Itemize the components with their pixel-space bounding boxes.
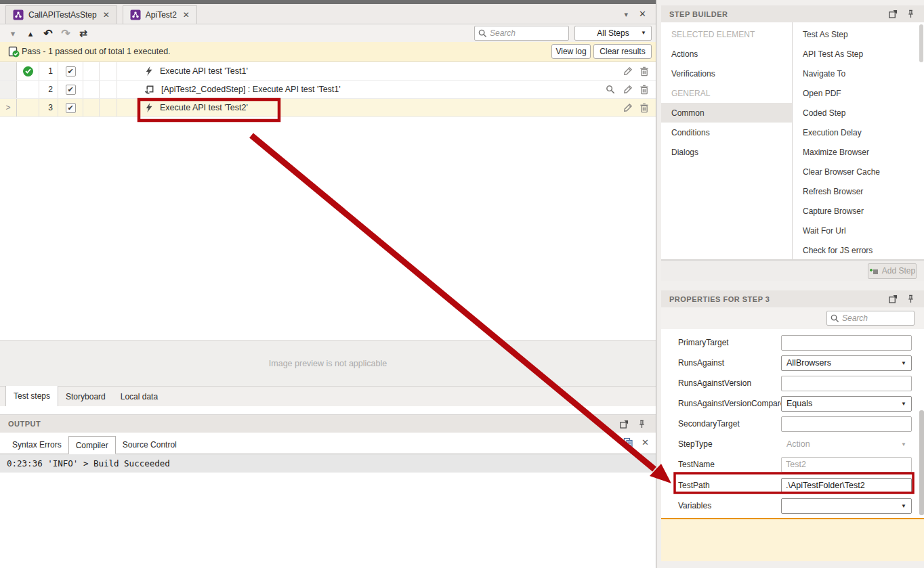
step-actions-cell xyxy=(603,81,656,98)
delete-step-icon[interactable] xyxy=(639,66,649,77)
runsagainstversioncompare-dropdown[interactable]: Equals▼ xyxy=(781,396,912,412)
close-document-icon[interactable]: ✕ xyxy=(639,9,646,19)
tab-storyboard[interactable]: Storyboard xyxy=(58,387,113,406)
step-description-cell[interactable]: [ApiTest2_CodedStep] : Execute API test … xyxy=(117,81,603,98)
toolbar-dropdown-icon[interactable] xyxy=(4,28,22,39)
chevron-down-icon: ▼ xyxy=(901,499,906,513)
item-execution-delay[interactable]: Execution Delay xyxy=(793,123,920,142)
property-row-variables: Variables ▼ xyxy=(661,496,924,516)
scrollbar-thumb[interactable] xyxy=(919,24,923,62)
step-enabled-cell xyxy=(58,62,83,80)
popout-panel-icon[interactable] xyxy=(618,418,630,430)
tab-compiler[interactable]: Compiler xyxy=(68,436,116,454)
steps-search-input[interactable] xyxy=(490,26,566,40)
undo-icon[interactable] xyxy=(39,27,57,40)
item-check-for-js-errors[interactable]: Check for JS errors xyxy=(793,240,920,260)
properties-search-input[interactable] xyxy=(842,311,910,325)
item-maximize-browser[interactable]: Maximize Browser xyxy=(793,142,920,162)
category-common[interactable]: Common xyxy=(661,103,792,123)
category-dialogs[interactable]: Dialogs xyxy=(661,142,792,162)
delete-step-icon[interactable] xyxy=(639,85,649,95)
pin-panel-icon[interactable] xyxy=(904,293,917,305)
pin-panel-icon[interactable] xyxy=(635,418,648,430)
move-step-up-icon[interactable] xyxy=(22,28,39,39)
tab-source-control[interactable]: Source Control xyxy=(116,436,184,454)
category-verifications[interactable]: Verifications xyxy=(661,64,792,83)
doc-tab-apitest2[interactable]: ApiTest2 ✕ xyxy=(123,5,197,24)
primarytarget-input[interactable] xyxy=(781,335,912,351)
step-enabled-checkbox[interactable] xyxy=(66,66,76,77)
item-api-test-as-step[interactable]: API Test As Step xyxy=(793,44,920,64)
item-refresh-browser[interactable]: Refresh Browser xyxy=(793,181,920,201)
item-navigate-to[interactable]: Navigate To xyxy=(793,64,920,83)
category-conditions[interactable]: Conditions xyxy=(661,123,792,142)
tab-syntax-errors[interactable]: Syntax Errors xyxy=(5,436,68,454)
chevron-down-icon: ▼ xyxy=(641,26,646,40)
item-capture-browser[interactable]: Capture Browser xyxy=(793,201,920,221)
step-enabled-checkbox[interactable] xyxy=(66,85,76,95)
edit-step-icon[interactable] xyxy=(623,66,633,77)
test-studio-window: CallAPITestAsStep ✕ ApiTest2 ✕ ✕ xyxy=(0,0,924,568)
test-step-row-2[interactable]: 2 [ApiTest2_CodedStep] : Execute API tes… xyxy=(0,81,656,99)
step-description-cell[interactable]: Execute API test 'Test1' xyxy=(117,62,603,80)
convert-step-icon[interactable] xyxy=(75,28,92,39)
category-selected-element[interactable]: SELECTED ELEMENT xyxy=(661,24,792,44)
property-row-runsagainstversioncompare: RunsAgainstVersionCompare Equals▼ xyxy=(661,393,924,414)
clear-results-button[interactable]: Clear results xyxy=(593,44,652,59)
category-actions[interactable]: Actions xyxy=(661,44,792,64)
popout-panel-icon[interactable] xyxy=(887,293,899,305)
tab-list-dropdown-icon[interactable] xyxy=(625,9,629,19)
item-clear-browser-cache[interactable]: Clear Browser Cache xyxy=(793,162,920,181)
delete-step-icon[interactable] xyxy=(639,103,649,113)
image-preview-area: Image preview is not applicable xyxy=(0,340,656,386)
runsagainst-dropdown[interactable]: AllBrowsers▼ xyxy=(781,355,912,371)
item-open-pdf[interactable]: Open PDF xyxy=(793,83,920,103)
close-tab-icon[interactable]: ✕ xyxy=(103,10,110,20)
popout-panel-icon[interactable] xyxy=(887,8,899,20)
item-wait-for-url[interactable]: Wait For Url xyxy=(793,221,920,240)
view-log-button[interactable]: View log xyxy=(551,44,591,59)
scrollbar-thumb[interactable] xyxy=(919,410,924,515)
step-builder-title: STEP BUILDER xyxy=(669,10,728,18)
clear-output-icon[interactable]: ✕ xyxy=(642,437,649,447)
property-label: SecondaryTarget xyxy=(678,419,740,429)
step-enabled-cell xyxy=(58,81,83,98)
step-actions-cell xyxy=(603,99,656,116)
chevron-down-icon: ▼ xyxy=(901,356,906,370)
variables-dropdown[interactable]: ▼ xyxy=(781,498,912,514)
view-code-icon[interactable] xyxy=(606,85,616,95)
close-tab-icon[interactable]: ✕ xyxy=(183,10,190,20)
empty-cell xyxy=(83,62,100,80)
edit-step-icon[interactable] xyxy=(623,103,633,113)
step-enabled-checkbox[interactable] xyxy=(66,103,76,113)
property-description-box xyxy=(661,518,924,561)
item-test-as-step[interactable]: Test As Step xyxy=(793,24,920,44)
secondarytarget-input[interactable] xyxy=(781,416,912,432)
doc-tab-label: CallAPITestAsStep xyxy=(28,10,97,20)
search-icon xyxy=(831,314,839,323)
edit-step-icon[interactable] xyxy=(623,85,633,95)
api-step-icon xyxy=(144,66,153,77)
add-step-button[interactable]: Add Step xyxy=(868,263,917,279)
test-step-row-1[interactable]: 1 Execute API test 'Test1' xyxy=(0,62,656,81)
step-description-cell[interactable]: Execute API test 'Test2' xyxy=(117,99,603,116)
tab-test-steps[interactable]: Test steps xyxy=(5,386,58,406)
steps-filter-dropdown[interactable]: All Steps ▼ xyxy=(574,26,652,41)
redo-icon[interactable] xyxy=(57,27,75,40)
steps-search-box xyxy=(474,26,569,41)
pass-result-icon xyxy=(8,46,20,58)
doc-tab-callapitestasstep[interactable]: CallAPITestAsStep ✕ xyxy=(5,5,117,24)
pin-panel-icon[interactable] xyxy=(904,8,917,20)
api-step-icon xyxy=(144,102,153,113)
property-row-steptype: StepType Action▼ xyxy=(661,434,924,454)
output-panel-header: OUTPUT xyxy=(0,415,656,433)
test-step-row-3[interactable]: > 3 Execute API test 'Test2' xyxy=(0,99,656,117)
property-label: TestName xyxy=(678,460,715,469)
testpath-input[interactable] xyxy=(781,478,912,494)
category-general[interactable]: GENERAL xyxy=(661,83,792,103)
item-coded-step[interactable]: Coded Step xyxy=(793,103,920,123)
row-selector-gutter: > xyxy=(0,99,17,116)
copy-output-icon[interactable] xyxy=(623,437,633,447)
tab-local-data[interactable]: Local data xyxy=(113,387,165,406)
runsagainstversion-input[interactable] xyxy=(781,376,912,391)
